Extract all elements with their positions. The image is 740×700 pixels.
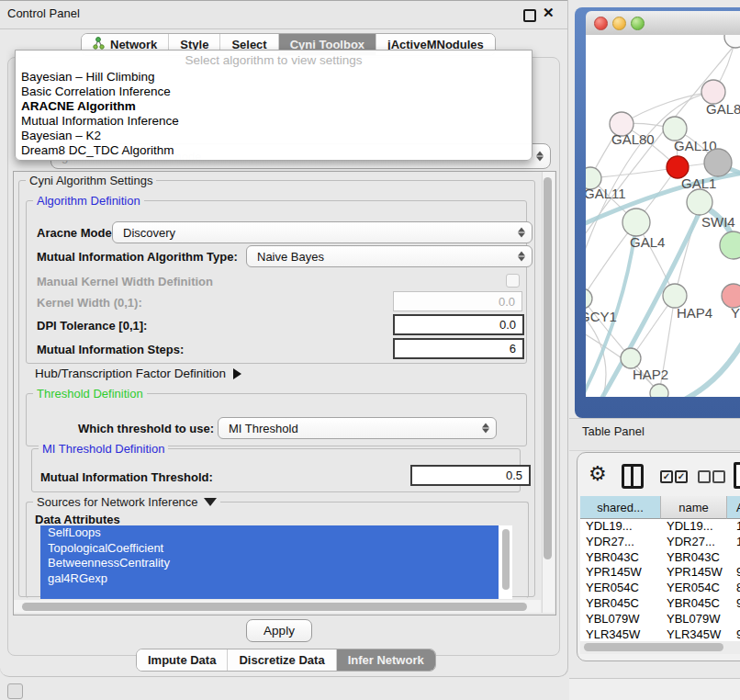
graph-node-label: HAP4 — [677, 305, 712, 321]
unchecked-checkbox-icon[interactable] — [712, 470, 725, 483]
table-cell: YDR27... — [667, 535, 725, 550]
table-cell: YBL079W — [586, 612, 659, 627]
columns-icon[interactable] — [622, 464, 644, 489]
popup-item-dream8[interactable]: Dream8 DC_TDC Algorithm — [21, 143, 174, 157]
table-rows: YDL19...YDL19...13...YDR27...YDR27...12.… — [580, 519, 740, 643]
combo-spinner-icon — [518, 252, 525, 262]
network-canvas[interactable]: GAL8GAL80GAL10GAL1GAL11SWI4GAL4HAP4YGCY1… — [586, 35, 740, 397]
algorithm-popup: Select algorithm to view settings Bayesi… — [15, 50, 533, 161]
node-table[interactable]: shared... name A YDL19...YDL19...13...YD… — [580, 496, 740, 643]
table-row[interactable]: YDR27...YDR27...12... — [580, 535, 740, 550]
tab-impute-data[interactable]: Impute Data — [137, 649, 228, 671]
bottom-divider — [569, 678, 740, 700]
table-row[interactable]: YPR145WYPR145W9... — [580, 565, 740, 581]
vertical-scrollbar-thumb[interactable] — [544, 177, 552, 559]
table-cell: YBR045C — [586, 596, 659, 612]
network-window-titlebar[interactable] — [586, 11, 740, 36]
aracne-mode-combo[interactable]: Discovery — [112, 221, 533, 243]
threshold-definition-title: Threshold Definition — [33, 387, 147, 401]
graph-node-gcy1[interactable] — [586, 288, 592, 309]
mi-threshold-definition-title: MI Threshold Definition — [39, 442, 168, 456]
graph-node-label: GAL8 — [706, 101, 740, 117]
table-cell: 9... — [736, 565, 740, 581]
apply-button[interactable]: Apply — [246, 619, 312, 642]
column-header-name[interactable]: name — [661, 496, 727, 519]
checked-checkbox-icon[interactable]: ✓ — [675, 470, 688, 483]
data-attributes-list[interactable]: SelfLoopsTopologicalCoefficientBetweenne… — [40, 525, 512, 599]
graph-node-label: GCY1 — [586, 309, 617, 324]
document-icon[interactable] — [734, 462, 740, 489]
unchecked-checkbox-icon[interactable] — [698, 470, 711, 483]
checked-checkbox-icon[interactable]: ✓ — [660, 470, 673, 483]
minimize-traffic-light[interactable] — [612, 17, 626, 30]
data-attribute-item[interactable] — [40, 586, 512, 599]
network-view-window: GAL8GAL80GAL10GAL1GAL11SWI4GAL4HAP4YGCY1… — [575, 7, 740, 418]
graph-node[interactable] — [720, 231, 740, 259]
tab-discretize-data[interactable]: Discretize Data — [228, 649, 336, 671]
tab-infer-network[interactable]: Infer Network — [337, 649, 435, 671]
mi-type-label: Mutual Information Algorithm Type: — [37, 250, 238, 264]
table-cell — [736, 612, 740, 627]
graph-node-gal4[interactable] — [622, 209, 650, 236]
graph-node-hap2[interactable] — [621, 348, 641, 368]
close-icon[interactable]: ✕ — [543, 5, 555, 21]
graph-node[interactable] — [704, 149, 732, 176]
mi-threshold-field[interactable]: 0.5 — [410, 465, 531, 486]
control-panel-title: Control Panel — [7, 0, 80, 28]
minimized-panel-icon[interactable] — [7, 683, 23, 699]
table-row[interactable]: YBR043CYBR043C — [580, 550, 740, 566]
table-row[interactable]: YBL079WYBL079W — [580, 612, 740, 627]
popup-placeholder: Select algorithm to view settings — [16, 53, 532, 67]
kernel-width-field[interactable]: 0.0 — [393, 291, 522, 311]
table-cell: YDL19... — [586, 519, 659, 535]
manual-kernel-label: Manual Kernel Width Definition — [37, 275, 213, 288]
table-cell: YDR27... — [586, 535, 659, 550]
data-attribute-item[interactable]: SelfLoops — [40, 525, 512, 541]
which-threshold-combo[interactable]: MI Threshold — [218, 417, 497, 439]
graph-edge — [676, 338, 740, 397]
list-scrollbar-thumb[interactable] — [502, 529, 510, 590]
graph-node-swi4[interactable] — [687, 189, 712, 215]
table-cell — [736, 550, 740, 566]
zoom-traffic-light[interactable] — [631, 17, 645, 30]
hub-definition-expander[interactable]: Hub/Transcription Factor Definition — [35, 367, 241, 380]
mi-type-combo[interactable]: Naive Bayes — [246, 245, 533, 267]
data-attribute-item[interactable]: BetweennessCentrality — [40, 556, 512, 571]
control-panel-titlebar — [0, 0, 567, 29]
graph-node-label: HAP2 — [633, 367, 668, 382]
table-cell: YBR045C — [667, 596, 725, 612]
graph-node[interactable] — [650, 384, 668, 397]
dpi-tolerance-field[interactable]: 0.0 — [393, 314, 524, 335]
manual-kernel-checkbox[interactable] — [506, 274, 520, 288]
popup-item-aracne[interactable]: ARACNE Algorithm — [21, 99, 136, 113]
popup-item-mutual-information[interactable]: Mutual Information Inference — [21, 114, 179, 128]
cyni-algorithm-settings-title: Cyni Algorithm Settings — [26, 174, 156, 187]
graph-node[interactable] — [724, 35, 740, 48]
table-row[interactable]: YER054CYER054C8... — [580, 581, 740, 596]
table-cell: YLR345W — [667, 627, 725, 643]
graph-node-label: SWI4 — [701, 214, 735, 230]
mi-steps-field[interactable]: 6 — [393, 338, 524, 359]
popup-item-bayesian-k2[interactable]: Bayesian – K2 — [21, 129, 101, 142]
table-cell: YLR345W — [586, 627, 659, 643]
expander-down-icon — [204, 498, 217, 506]
close-traffic-light[interactable] — [594, 17, 608, 30]
combo-spinner-icon — [482, 423, 489, 434]
data-attribute-item[interactable]: gal4RGexp — [40, 571, 512, 587]
float-window-icon[interactable] — [523, 9, 536, 22]
aracne-mode-label: Aracne Mode: — [37, 226, 116, 240]
sources-expander[interactable]: Sources for Network Inference — [33, 495, 220, 509]
table-row[interactable]: YBR045CYBR045C9... — [580, 596, 740, 612]
table-cell: 9... — [736, 596, 740, 612]
expander-right-icon — [233, 368, 241, 379]
data-attribute-item[interactable]: TopologicalCoefficient — [40, 541, 512, 557]
popup-item-basic-correlation[interactable]: Basic Correlation Inference — [21, 85, 171, 98]
column-header-shared-name[interactable]: shared... — [580, 496, 661, 519]
gear-icon[interactable]: ⚙ — [589, 463, 607, 485]
table-horizontal-scrollbar-thumb[interactable] — [584, 643, 723, 651]
popup-item-bayesian-hill-climbing[interactable]: Bayesian – Hill Climbing — [21, 70, 155, 84]
table-row[interactable]: YLR345WYLR345W9... — [580, 627, 740, 643]
table-row[interactable]: YDL19...YDL19...13... — [580, 519, 740, 535]
horizontal-scrollbar-thumb[interactable] — [22, 603, 527, 611]
column-header-clipped[interactable]: A — [727, 496, 740, 519]
